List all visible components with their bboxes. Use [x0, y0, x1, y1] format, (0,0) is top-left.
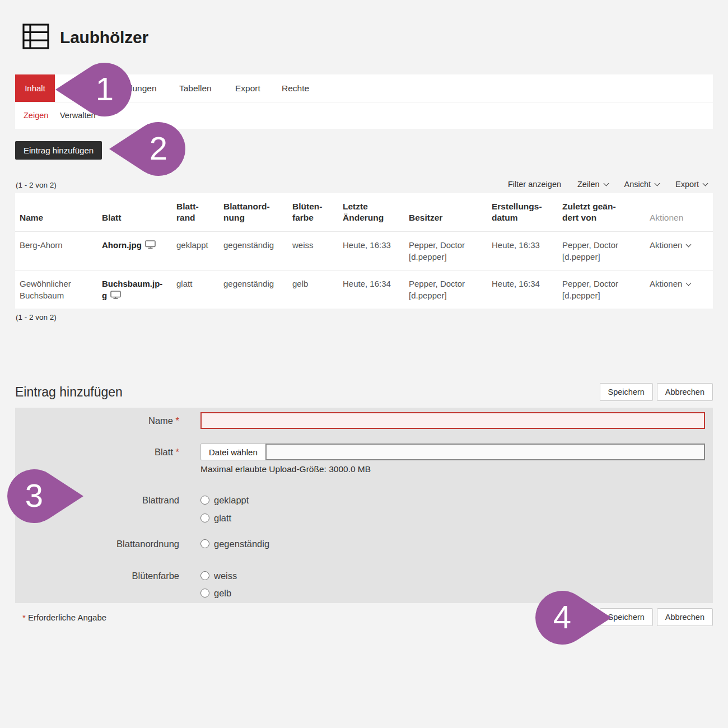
cell-geaendert-von: Pepper, Doctor[d.pepper]	[562, 270, 650, 309]
chevron-down-icon	[655, 181, 660, 186]
upload-size-hint: Maximal erlaubte Upload-Größe: 3000.0 MB	[200, 464, 371, 474]
subtab-zeigen[interactable]: Zeigen	[24, 102, 48, 129]
chevron-down-icon	[703, 181, 708, 186]
radio-option-geklappt: geklappt	[200, 493, 249, 507]
col-aktionen: Aktionen	[650, 193, 713, 231]
annotation-marker-1: 1	[55, 63, 132, 116]
cancel-button-bottom[interactable]: Abbrechen	[657, 608, 713, 626]
col-blatt: Blatt	[102, 193, 176, 231]
col-bluetenfarbe: Blüten-farbe	[292, 193, 343, 231]
col-blattanordnung: Blattanord-nung	[223, 193, 292, 231]
add-entry-form: Name * Blatt * Datei wählen Maximal erla…	[15, 408, 713, 603]
page: { "header": { "title": "Laubhölzer" }, "…	[0, 0, 728, 728]
cell-file: Buchsbaum.jp- g	[102, 270, 176, 309]
required-asterisk: *	[22, 613, 26, 622]
app-header: Laubhölzer	[22, 24, 148, 52]
cell-erstellungsdatum: Heute, 16:34	[492, 270, 562, 309]
row-actions-dropdown[interactable]: Aktionen	[650, 231, 713, 270]
col-zuletzt-geaendert: Zuletzt geän-dert von	[562, 193, 650, 231]
cell-file: Ahorn.jpg	[102, 231, 176, 270]
col-name: Name	[15, 193, 102, 231]
radio-option-gegenstaendig: gegenständig	[200, 536, 269, 551]
radio-button[interactable]	[200, 539, 209, 548]
col-blattrand: Blatt-rand	[176, 193, 223, 231]
blattanordnung-group-label: Blattanordnung	[15, 536, 179, 551]
file-name-display[interactable]	[265, 444, 705, 460]
save-button-top[interactable]: Speichern	[600, 383, 653, 401]
cell-name: Berg-Ahorn	[15, 231, 102, 270]
tab-inhalt[interactable]: Inhalt	[15, 74, 55, 102]
col-erstellungsdatum: Erstellungs-datum	[492, 193, 562, 231]
add-entry-button[interactable]: Eintrag hinzufügen	[15, 141, 102, 160]
table-icon	[22, 24, 49, 52]
col-besitzer: Besitzer	[409, 193, 492, 231]
cell-blattanordnung: gegenständig	[223, 270, 292, 309]
chevron-down-icon	[603, 181, 609, 186]
rows-dropdown[interactable]: Zeilen	[577, 180, 608, 189]
marker-number: 4	[535, 591, 589, 645]
radio-button[interactable]	[200, 514, 209, 522]
marker-number: 3	[7, 469, 61, 523]
radio-option-gelb: gelb	[200, 586, 231, 600]
pagination-info-top: (1 - 2 von 2)	[16, 181, 57, 189]
cell-letzte-aenderung: Heute, 16:34	[343, 270, 409, 309]
file-upload-control: Datei wählen	[200, 444, 705, 460]
col-letzte-aenderung: LetzteÄnderung	[343, 193, 409, 231]
cell-blattrand: geklappt	[176, 231, 223, 270]
tab-partially-hidden[interactable]: lungen	[130, 74, 157, 102]
filter-link[interactable]: Filter anzeigen	[508, 180, 561, 189]
tab-tabellen[interactable]: Tabellen	[179, 74, 212, 102]
marker-number: 2	[132, 122, 185, 176]
blatt-field-label: Blatt *	[15, 444, 179, 460]
chevron-down-icon	[686, 241, 692, 247]
choose-file-button[interactable]: Datei wählen	[200, 444, 266, 460]
required-asterisk: *	[176, 416, 179, 426]
cell-letzte-aenderung: Heute, 16:33	[343, 231, 409, 270]
cell-blattrand: glatt	[176, 270, 223, 309]
cell-geaendert-von: Pepper, Doctor[d.pepper]	[562, 231, 650, 270]
tab-rechte[interactable]: Rechte	[282, 74, 309, 102]
annotation-marker-3: 3	[7, 469, 83, 523]
cell-erstellungsdatum: Heute, 16:33	[492, 231, 562, 270]
annotation-marker-2: 2	[109, 122, 185, 176]
required-asterisk: *	[176, 447, 179, 457]
page-title: Laubhölzer	[60, 28, 148, 47]
radio-button[interactable]	[200, 589, 209, 598]
annotation-marker-4: 4	[535, 591, 612, 645]
table-row: Gewöhnlicher Buchsbaum Buchsbaum.jp- g g…	[15, 270, 713, 309]
view-dropdown[interactable]: Ansicht	[624, 180, 660, 189]
export-dropdown[interactable]: Export	[675, 180, 707, 189]
radio-option-glatt: glatt	[200, 511, 231, 525]
cell-besitzer: Pepper, Doctor[d.pepper]	[409, 270, 492, 309]
row-actions-dropdown[interactable]: Aktionen	[650, 270, 713, 309]
cell-bluetenfarbe: gelb	[292, 270, 343, 309]
radio-option-weiss: weiss	[200, 568, 237, 583]
radio-button[interactable]	[200, 571, 209, 580]
monitor-icon[interactable]	[110, 291, 121, 300]
radio-button[interactable]	[200, 496, 209, 505]
form-title: Eintrag hinzufügen	[15, 385, 123, 400]
table-header-row: Name Blatt Blatt-rand Blattanord-nung Bl…	[15, 193, 713, 231]
entries-table: Name Blatt Blatt-rand Blattanord-nung Bl…	[15, 193, 713, 309]
bluetenfarbe-group-label: Blütenfarbe	[15, 568, 179, 583]
name-input[interactable]	[200, 412, 705, 429]
marker-number: 1	[78, 63, 132, 116]
monitor-icon[interactable]	[145, 240, 156, 249]
list-toolbar: Filter anzeigen Zeilen Ansicht Export	[508, 180, 707, 189]
cell-blattanordnung: gegenständig	[223, 231, 292, 270]
cell-bluetenfarbe: weiss	[292, 231, 343, 270]
tab-export[interactable]: Export	[235, 74, 260, 102]
chevron-down-icon	[686, 280, 692, 286]
form-header: Eintrag hinzufügen Speichern Abbrechen	[15, 383, 713, 401]
required-note: * Erforderliche Angabe	[22, 613, 106, 622]
cell-besitzer: Pepper, Doctor[d.pepper]	[409, 231, 492, 270]
pagination-info-bottom: (1 - 2 von 2)	[16, 313, 57, 321]
name-field-label: Name *	[15, 413, 179, 428]
cell-name: Gewöhnlicher Buchsbaum	[15, 270, 102, 309]
cancel-button-top[interactable]: Abbrechen	[657, 383, 713, 401]
table-row: Berg-Ahorn Ahorn.jpg geklappt gegenständ…	[15, 231, 713, 270]
